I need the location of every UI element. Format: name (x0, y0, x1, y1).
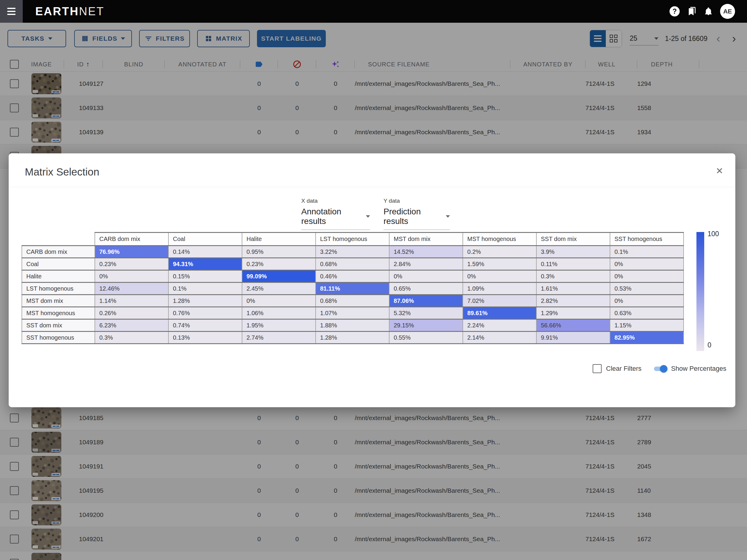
matrix-cell[interactable]: 0.26% (95, 307, 169, 319)
matrix-cell[interactable]: 0% (610, 258, 684, 270)
matrix-cell[interactable]: 1.29% (536, 307, 610, 319)
matrix-cell[interactable]: 0.68% (316, 295, 389, 307)
matrix-row-header[interactable]: SST homogenous (22, 331, 95, 344)
x-data-label: X data (301, 197, 370, 204)
matrix-cell[interactable]: 94.31% (169, 258, 242, 270)
matrix-row: MST homogenous0.26%0.76%1.06%1.07%5.32%8… (22, 307, 684, 319)
matrix-cell[interactable]: 56.66% (536, 319, 610, 331)
matrix-cell[interactable]: 82.95% (610, 331, 684, 344)
matrix-cell[interactable]: 1.28% (316, 331, 389, 344)
matrix-cell[interactable]: 0.23% (242, 258, 316, 270)
matrix-row-header[interactable]: Halite (22, 270, 95, 283)
matrix-column-header[interactable]: MST homogenous (463, 233, 536, 246)
notifications-icon[interactable] (703, 6, 714, 17)
matrix-cell[interactable]: 0.95% (242, 246, 316, 258)
matrix-row-header[interactable]: LST homogenous (22, 283, 95, 295)
matrix-cell[interactable]: 0.1% (169, 283, 242, 295)
matrix-cell[interactable]: 2.24% (463, 319, 536, 331)
matrix-row: CARB dom mix76.96%0.14%0.95%3.22%14.52%0… (22, 246, 684, 258)
matrix-cell[interactable]: 0% (610, 295, 684, 307)
matrix-row-header[interactable]: SST dom mix (22, 319, 95, 331)
matrix-cell[interactable]: 2.74% (242, 331, 316, 344)
avatar[interactable]: AE (720, 4, 735, 19)
matrix-cell[interactable]: 1.88% (316, 319, 389, 331)
x-data-select[interactable]: Annotation results (301, 207, 370, 230)
show-percentages-label: Show Percentages (671, 365, 726, 373)
matrix-cell[interactable]: 0.3% (95, 331, 169, 344)
matrix-cell[interactable]: 3.9% (536, 246, 610, 258)
matrix-cell[interactable]: 0.3% (536, 270, 610, 283)
y-data-select[interactable]: Prediction results (384, 207, 450, 230)
matrix-cell[interactable]: 14.52% (389, 246, 463, 258)
matrix-cell[interactable]: 0.13% (169, 331, 242, 344)
matrix-cell[interactable]: 0% (463, 270, 536, 283)
matrix-cell[interactable]: 9.91% (536, 331, 610, 344)
matrix-cell[interactable]: 0.63% (610, 307, 684, 319)
matrix-cell[interactable]: 0.23% (95, 258, 169, 270)
matrix-cell[interactable]: 0.55% (389, 331, 463, 344)
matrix-row: MST dom mix1.14%1.28%0%0.68%87.06%7.02%2… (22, 295, 684, 307)
matrix-row-header[interactable]: CARB dom mix (22, 246, 95, 258)
matrix-cell[interactable]: 29.15% (389, 319, 463, 331)
matrix-cell[interactable]: 2.45% (242, 283, 316, 295)
matrix-cell[interactable]: 1.09% (463, 283, 536, 295)
matrix-column-header[interactable]: SST dom mix (536, 233, 610, 246)
matrix-cell[interactable]: 1.07% (316, 307, 389, 319)
matrix-column-header[interactable]: Halite (242, 233, 316, 246)
matrix-row-header[interactable]: MST homogenous (22, 307, 95, 319)
matrix-cell[interactable]: 3.22% (316, 246, 389, 258)
matrix-cell[interactable]: 0.11% (536, 258, 610, 270)
matrix-cell[interactable]: 81.11% (316, 283, 389, 295)
matrix-row-header[interactable]: Coal (22, 258, 95, 270)
matrix-cell[interactable]: 2.82% (536, 295, 610, 307)
matrix-cell[interactable]: 1.59% (463, 258, 536, 270)
matrix-cell[interactable]: 7.02% (463, 295, 536, 307)
matrix-cell[interactable]: 89.61% (463, 307, 536, 319)
matrix-cell[interactable]: 0.76% (169, 307, 242, 319)
matrix-cell[interactable]: 5.32% (389, 307, 463, 319)
matrix-cell[interactable]: 0.74% (169, 319, 242, 331)
matrix-cell[interactable]: 0.68% (316, 258, 389, 270)
matrix-cell[interactable]: 0.2% (463, 246, 536, 258)
matrix-row: LST homogenous12.46%0.1%2.45%81.11%0.65%… (22, 283, 684, 295)
matrix-cell[interactable]: 0.53% (610, 283, 684, 295)
matrix-cell[interactable]: 1.95% (242, 319, 316, 331)
show-percentages-toggle[interactable] (654, 367, 667, 371)
app-bar: EARTHNET ? AE (0, 0, 747, 23)
matrix-cell[interactable]: 0% (610, 270, 684, 283)
matrix-cell[interactable]: 0% (389, 270, 463, 283)
matrix-cell[interactable]: 99.09% (242, 270, 316, 283)
clear-filters-checkbox[interactable] (593, 364, 601, 373)
matrix-column-header[interactable]: Coal (169, 233, 242, 246)
matrix-cell[interactable]: 1.14% (95, 295, 169, 307)
matrix-cell[interactable]: 6.23% (95, 319, 169, 331)
matrix-row: Halite0%0.15%99.09%0.46%0%0%0.3%0% (22, 270, 684, 283)
matrix-cell[interactable]: 0.65% (389, 283, 463, 295)
matrix-row-header[interactable]: MST dom mix (22, 295, 95, 307)
matrix-column-header[interactable]: LST homogenous (316, 233, 389, 246)
matrix-cell[interactable]: 0.15% (169, 270, 242, 283)
matrix-cell[interactable]: 0.14% (169, 246, 242, 258)
matrix-cell[interactable]: 76.96% (95, 246, 169, 258)
matrix-cell[interactable]: 1.61% (536, 283, 610, 295)
matrix-cell[interactable]: 1.06% (242, 307, 316, 319)
help-icon[interactable]: ? (670, 6, 680, 17)
bookmarks-icon[interactable] (687, 6, 697, 17)
matrix-cell[interactable]: 2.14% (463, 331, 536, 344)
matrix-cell[interactable]: 12.46% (95, 283, 169, 295)
matrix-cell[interactable]: 87.06% (389, 295, 463, 307)
x-data-value: Annotation results (301, 207, 366, 226)
matrix-cell[interactable]: 1.15% (610, 319, 684, 331)
matrix-cell[interactable]: 0% (95, 270, 169, 283)
matrix-cell[interactable]: 0.46% (316, 270, 389, 283)
menu-button[interactable] (0, 0, 23, 23)
logo-primary: EARTH (35, 5, 79, 18)
matrix-cell[interactable]: 2.84% (389, 258, 463, 270)
matrix-cell[interactable]: 0% (242, 295, 316, 307)
matrix-cell[interactable]: 1.28% (169, 295, 242, 307)
matrix-column-header[interactable]: MST dom mix (389, 233, 463, 246)
close-icon[interactable]: ✕ (714, 165, 725, 177)
matrix-column-header[interactable]: CARB dom mix (95, 233, 169, 246)
matrix-column-header[interactable]: SST homogenous (610, 233, 684, 246)
matrix-cell[interactable]: 0.1% (610, 246, 684, 258)
